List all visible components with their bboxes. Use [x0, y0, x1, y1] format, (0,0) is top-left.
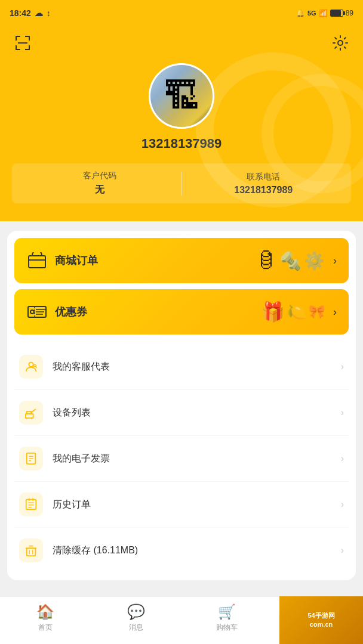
invoice-icon [19, 447, 43, 470]
svg-rect-34 [32, 499, 34, 501]
phone-label: 联系电话 [188, 172, 340, 182]
coupon-decoration: 🎁 🍋 🎀 [261, 301, 325, 323]
svg-rect-33 [28, 499, 30, 501]
clear-cache-icon [19, 538, 43, 562]
equipment-list-icon [19, 401, 43, 425]
time-display: 18:42 [10, 8, 31, 18]
coupon-banner[interactable]: 优惠券 🎁 🍋 🎀 › [14, 289, 349, 335]
history-order-arrow: › [341, 499, 344, 510]
svg-point-18 [29, 363, 33, 367]
notification-icon: 🔔 [296, 9, 305, 17]
bottom-nav: 🏠 首页 💬 消息 🛒 购物车 📋 订单 54手游网com.cn [0, 596, 363, 644]
clear-cache-label: 清除缓存 (16.11MB) [53, 544, 138, 557]
invoice-arrow: › [341, 453, 344, 464]
invoice-left: 我的电子发票 [19, 447, 110, 470]
svg-rect-10 [29, 256, 45, 268]
svg-rect-5 [16, 45, 17, 50]
mall-order-arrow: › [333, 255, 337, 267]
equipment-list-left: 设备列表 [19, 401, 91, 425]
svg-point-24 [31, 417, 33, 419]
equipment-list-arrow: › [341, 407, 344, 418]
phone-value: 13218137989 [188, 185, 340, 196]
invoice-label: 我的电子发票 [53, 453, 110, 465]
weather-icon: ☁ [35, 8, 43, 18]
history-order-item[interactable]: 历史订单 › [14, 482, 349, 528]
clear-cache-arrow: › [341, 545, 344, 556]
message-label: 消息 [129, 623, 143, 633]
cards-container: 商城订单 🛢 🔩 ⚙️ › [7, 231, 356, 580]
svg-rect-3 [29, 36, 30, 41]
customer-code-label: 客户代码 [24, 171, 176, 181]
svg-rect-7 [29, 45, 30, 50]
customer-code-value: 无 [24, 184, 176, 196]
battery-icon [330, 10, 343, 17]
mall-order-left: 商城订单 [26, 250, 98, 271]
watermark-text: 54手游网com.cn [307, 611, 334, 630]
svg-rect-35 [27, 548, 36, 556]
equipment-list-item[interactable]: 设备列表 › [14, 390, 349, 436]
nav-message[interactable]: 💬 消息 [91, 603, 182, 637]
avatar [149, 63, 214, 129]
mall-order-title: 商城订单 [55, 253, 98, 268]
signal-icon: ↕ [47, 8, 51, 18]
svg-rect-8 [18, 42, 27, 44]
svg-line-22 [31, 410, 35, 413]
svg-point-13 [30, 310, 34, 314]
username: 13218137989 [141, 136, 222, 151]
nav-cart[interactable]: 🛒 购物车 [182, 603, 272, 637]
svg-point-23 [25, 417, 27, 419]
history-order-left: 历史订单 [19, 493, 91, 516]
wifi-icon: 📶 [319, 9, 328, 17]
svg-point-9 [338, 41, 343, 45]
settings-button[interactable] [330, 32, 351, 54]
home-label: 首页 [38, 623, 53, 633]
history-order-icon [19, 493, 43, 516]
svg-rect-21 [27, 411, 31, 414]
svg-rect-1 [16, 36, 17, 41]
customer-service-icon [19, 355, 43, 379]
home-icon: 🏠 [36, 603, 54, 620]
main-content: 商城订单 🛢 🔩 ⚙️ › [0, 221, 363, 624]
message-icon: 💬 [127, 603, 145, 620]
coupon-left: 优惠券 [26, 301, 87, 323]
scan-button[interactable] [12, 32, 33, 54]
profile-area: 13218137989 客户代码 无 联系电话 13218137989 [0, 26, 363, 221]
clear-cache-item[interactable]: 清除缓存 (16.11MB) › [14, 528, 349, 573]
customer-code-section: 客户代码 无 [24, 171, 176, 196]
header-icons [12, 32, 351, 54]
customer-service-left: 我的客服代表 [19, 355, 110, 379]
clear-cache-left: 清除缓存 (16.11MB) [19, 538, 138, 562]
battery-percent: 89 [346, 9, 353, 17]
network-5g: 5G [307, 10, 316, 17]
coupon-icon [26, 301, 48, 323]
status-right: 🔔 5G 📶 89 [296, 9, 353, 17]
customer-service-arrow: › [341, 361, 344, 372]
coupon-arrow: › [333, 306, 337, 318]
mall-order-decoration: 🛢 🔩 ⚙️ [256, 248, 325, 273]
avatar-image [150, 65, 213, 127]
svg-rect-20 [26, 414, 33, 418]
status-time: 18:42 ☁ ↕ [10, 8, 51, 18]
coupon-title: 优惠券 [55, 305, 87, 319]
invoice-item[interactable]: 我的电子发票 › [14, 436, 349, 482]
svg-rect-29 [26, 500, 36, 510]
mall-order-icon [26, 250, 48, 271]
equipment-list-label: 设备列表 [53, 407, 91, 419]
history-order-label: 历史订单 [53, 499, 91, 511]
status-bar: 18:42 ☁ ↕ 🔔 5G 📶 89 [0, 0, 363, 26]
cart-label: 购物车 [216, 623, 238, 633]
watermark: 54手游网com.cn [279, 596, 363, 644]
info-divider [182, 172, 182, 196]
phone-section: 联系电话 13218137989 [188, 172, 340, 196]
customer-service-label: 我的客服代表 [53, 361, 110, 373]
profile-info-row: 客户代码 无 联系电话 13218137989 [12, 163, 351, 203]
nav-home[interactable]: 🏠 首页 [0, 603, 91, 637]
mall-order-banner[interactable]: 商城订单 🛢 🔩 ⚙️ › [14, 238, 349, 283]
cart-icon: 🛒 [218, 603, 236, 620]
customer-service-item[interactable]: 我的客服代表 › [14, 344, 349, 390]
